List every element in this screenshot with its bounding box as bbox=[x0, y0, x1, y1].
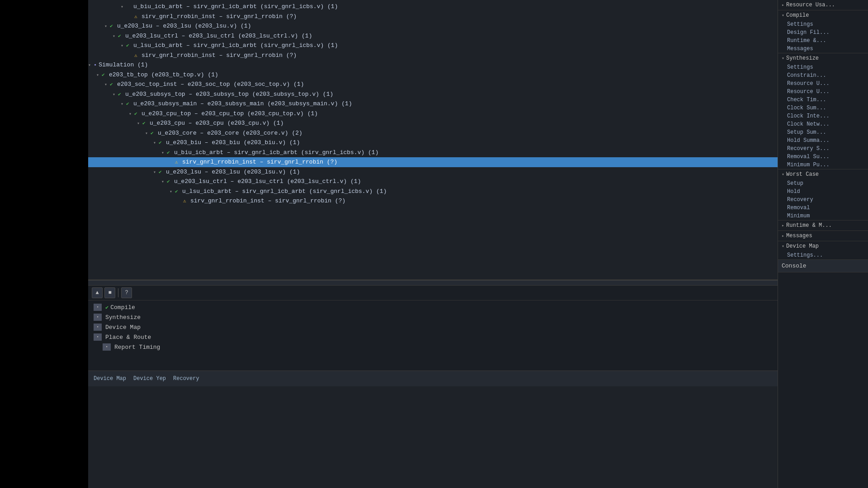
tree-item-simulation[interactable]: ▾▪Simulation (1) bbox=[88, 60, 778, 70]
expand-icon[interactable]: ▾ bbox=[121, 42, 126, 49]
expand-icon[interactable]: ▾ bbox=[153, 169, 159, 176]
flow-toolbar-btn-up[interactable]: ▲ bbox=[92, 287, 103, 298]
right-item-messages[interactable]: Messages bbox=[778, 45, 868, 53]
tree-item-subsys_main[interactable]: ▾✔u_e203_subsys_main – e203_subsys_main … bbox=[88, 99, 778, 109]
flow-item-device-map[interactable]: ▪Device Map bbox=[88, 322, 778, 332]
right-section-resource-usage: ▸Resource Usa... bbox=[778, 0, 868, 10]
tree-item-biu[interactable]: ▾✔u_e203_biu – e203_biu (e203_biu.v) (1) bbox=[88, 138, 778, 148]
right-section-header-compile[interactable]: ▾Compile bbox=[778, 10, 868, 20]
tree-item-tb_top[interactable]: ▾✔e203_tb_top (e203_tb_top.v) (1) bbox=[88, 70, 778, 80]
flow-header bbox=[88, 281, 778, 286]
right-item-wc-removal[interactable]: Removal bbox=[778, 204, 868, 212]
expand-icon[interactable]: ▾ bbox=[113, 33, 118, 40]
flow-item-compile[interactable]: ▪✔Compile bbox=[88, 302, 778, 312]
flow-toolbar-btn-help[interactable]: ? bbox=[121, 287, 132, 298]
flow-item-icon: ▪ bbox=[94, 304, 102, 311]
right-item-design-files[interactable]: Design Fil... bbox=[778, 28, 868, 37]
folder-icon: ▪ bbox=[94, 62, 97, 68]
expand-icon[interactable]: ▾ bbox=[121, 4, 126, 10]
right-item-wc-recovery[interactable]: Recovery bbox=[778, 196, 868, 204]
tree-item-text: u_e203_cpu – e203_cpu (e203_cpu.v) (1) bbox=[150, 120, 283, 127]
right-item-constraints[interactable]: Constrain... bbox=[778, 71, 868, 80]
tree-item-item6[interactable]: ⚠sirv_gnrl_rrobin_inst – sirv_gnrl_rrobi… bbox=[88, 51, 778, 61]
expand-icon[interactable]: ▾ bbox=[113, 91, 118, 98]
tree-item-cpu_top[interactable]: ▾✔u_e203_cpu_top – e203_cpu_top (e203_cp… bbox=[88, 109, 778, 119]
right-item-wc-minimum[interactable]: Minimum bbox=[778, 212, 868, 220]
expand-icon[interactable]: ▾ bbox=[104, 23, 110, 30]
expand-icon[interactable]: ▾ bbox=[137, 120, 142, 127]
right-item-clock-summary[interactable]: Clock Sum... bbox=[778, 104, 868, 112]
right-item-runtime[interactable]: Runtime &... bbox=[778, 37, 868, 45]
tree-item-text: u_e203_cpu_top – e203_cpu_top (e203_cpu_… bbox=[142, 110, 318, 117]
right-item-wc-setup[interactable]: Setup bbox=[778, 179, 868, 188]
expand-icon[interactable]: ▾ bbox=[104, 81, 110, 88]
right-section-label: Worst Case bbox=[786, 171, 819, 178]
right-section-runtime-messages: ▸Runtime & M... bbox=[778, 221, 868, 231]
tree-item-cpu[interactable]: ▾✔u_e203_cpu – e203_cpu (e203_cpu.v) (1) bbox=[88, 118, 778, 128]
tree-item-lsu_ctrl2[interactable]: ▾✔u_e203_lsu_ctrl – e203_lsu_ctrl (e203_… bbox=[88, 177, 778, 187]
right-section-header-worst-case[interactable]: ▾Worst Case bbox=[778, 169, 868, 179]
tree-item-lsu2[interactable]: ▾✔u_e203_lsu – e203_lsu (e203_lsu.v) (1) bbox=[88, 167, 778, 177]
section-expand-icon: ▸ bbox=[782, 2, 784, 8]
right-item-minimum-pu[interactable]: Minimum Pu... bbox=[778, 161, 868, 169]
right-section-header-runtime-messages[interactable]: ▸Runtime & M... bbox=[778, 221, 868, 230]
bottom-bar-item-device-map-bar[interactable]: Device Map bbox=[94, 375, 126, 382]
right-item-recovery-s[interactable]: Recovery S... bbox=[778, 145, 868, 153]
flow-item-synthesize[interactable]: ▪Synthesize bbox=[88, 312, 778, 322]
tree-item-text: u_e203_lsu_ctrl – e203_lsu_ctrl (e203_ls… bbox=[125, 33, 312, 39]
tree-item-core[interactable]: ▾✔u_e203_core – e203_core (e203_core.v) … bbox=[88, 128, 778, 138]
expand-icon[interactable]: ▾ bbox=[121, 101, 126, 108]
right-item-hold-summary[interactable]: Hold Summa... bbox=[778, 136, 868, 145]
right-section-header-resource-usage[interactable]: ▸Resource Usa... bbox=[778, 0, 868, 10]
expand-icon[interactable]: ▾ bbox=[88, 62, 94, 69]
expand-icon[interactable]: ▾ bbox=[129, 111, 134, 117]
tree-item-lsu_icb2[interactable]: ▾✔u_lsu_icb_arbt – sirv_gnrl_icb_arbt (s… bbox=[88, 187, 778, 197]
right-item-wc-hold[interactable]: Hold bbox=[778, 188, 868, 196]
expand-icon[interactable]: ▾ bbox=[161, 150, 167, 156]
tree-item-item5[interactable]: ▾✔u_lsu_icb_arbt – sirv_gnrl_icb_arbt (s… bbox=[88, 41, 778, 51]
right-section-header-device-map-section[interactable]: ▾Device Map bbox=[778, 241, 868, 251]
section-expand-icon: ▾ bbox=[782, 56, 784, 61]
tree-item-item2[interactable]: ⚠sirv_gnrl_rrobin_inst – sirv_gnrl_rrobi… bbox=[88, 12, 778, 22]
warn-icon: ⚠ bbox=[134, 52, 142, 60]
bottom-bar-item-recovery-bar[interactable]: Recovery bbox=[173, 375, 199, 382]
right-item-dm-settings[interactable]: Settings... bbox=[778, 251, 868, 259]
tree-item-text: u_e203_subsys_main – e203_subsys_main (e… bbox=[133, 100, 352, 107]
tree-item-item3[interactable]: ▾✔u_e203_lsu – e203_lsu (e203_lsu.v) (1) bbox=[88, 21, 778, 31]
expand-icon[interactable]: ▾ bbox=[170, 188, 175, 195]
tree-item-rrobin2[interactable]: ⚠sirv_gnrl_rrobin_inst – sirv_gnrl_rrobi… bbox=[88, 196, 778, 206]
right-item-setup-summary[interactable]: Setup Sum... bbox=[778, 128, 868, 136]
right-item-synth-settings[interactable]: Settings bbox=[778, 63, 868, 71]
left-black-area bbox=[0, 0, 88, 488]
right-section-header-synthesize[interactable]: ▾Synthesize bbox=[778, 53, 868, 63]
console-header[interactable]: Console bbox=[778, 260, 868, 272]
tree-item-subsys_top[interactable]: ▾✔u_e203_subsys_top – e203_subsys_top (e… bbox=[88, 89, 778, 99]
right-panel: ▸Resource Usa...▾CompileSettingsDesign F… bbox=[778, 0, 868, 488]
expand-icon[interactable]: ▾ bbox=[153, 140, 159, 146]
flow-toolbar-btn-stop[interactable]: ■ bbox=[104, 287, 115, 298]
right-item-removal-su[interactable]: Removal Su... bbox=[778, 153, 868, 161]
expand-icon[interactable]: ▾ bbox=[96, 72, 102, 79]
tree-item-item4[interactable]: ▾✔u_e203_lsu_ctrl – e203_lsu_ctrl (e203_… bbox=[88, 31, 778, 41]
tree-item-soc_top_inst[interactable]: ▾✔e203_soc_top_inst – e203_soc_top (e203… bbox=[88, 80, 778, 89]
right-item-clock-netw[interactable]: Clock Netw... bbox=[778, 120, 868, 128]
right-item-clock-inter[interactable]: Clock Inte... bbox=[778, 112, 868, 120]
right-section-label: Resource Usa... bbox=[786, 2, 835, 8]
expand-icon[interactable]: ▾ bbox=[145, 130, 151, 137]
right-item-resource2[interactable]: Resource U... bbox=[778, 88, 868, 96]
flow-item-place-route[interactable]: ▪Place & Route bbox=[88, 332, 778, 342]
right-item-settings[interactable]: Settings bbox=[778, 20, 868, 28]
flow-item-report-timing[interactable]: ▪Report Timing bbox=[88, 342, 778, 352]
right-section-label: Device Map bbox=[786, 243, 819, 249]
toolbar-separator bbox=[118, 288, 118, 297]
right-item-check-timing[interactable]: Check Tim... bbox=[778, 96, 868, 104]
tree-item-item1[interactable]: ▾u_biu_icb_arbt – sirv_gnrl_icb_arbt (si… bbox=[88, 2, 778, 12]
bottom-bar-item-device-yep[interactable]: Device Yep bbox=[133, 375, 166, 382]
flow-item-icon: ▪ bbox=[94, 314, 102, 321]
tree-item-rrobin_selected[interactable]: ⚠sirv_gnrl_rrobin_inst – sirv_gnrl_rrobi… bbox=[88, 157, 778, 167]
section-expand-icon: ▸ bbox=[782, 223, 784, 228]
right-section-header-messages2[interactable]: ▸Messages bbox=[778, 231, 868, 241]
right-item-resource1[interactable]: Resource U... bbox=[778, 80, 868, 88]
expand-icon[interactable]: ▾ bbox=[161, 178, 167, 185]
tree-item-biu_icb[interactable]: ▾✔u_biu_icb_arbt – sirv_gnrl_icb_arbt (s… bbox=[88, 148, 778, 158]
